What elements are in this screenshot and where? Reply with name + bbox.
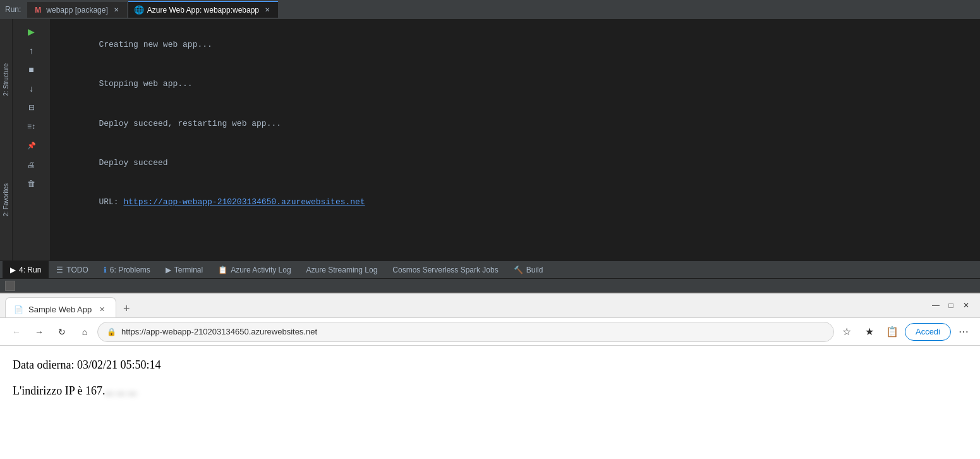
- new-tab-button[interactable]: +: [118, 300, 135, 317]
- azure-icon: 🌐: [135, 6, 143, 15]
- tab-close-azure[interactable]: ✕: [263, 6, 272, 15]
- tab-label-azure: Azure Web App: webapp:webapp: [147, 6, 259, 15]
- bottom-tab-azure-activity[interactable]: 📋 Azure Activity Log: [210, 261, 298, 278]
- console-line-3: Deploy succeed, restarting web app...: [59, 104, 971, 144]
- browser-tab-close[interactable]: ✕: [97, 305, 107, 315]
- run-button[interactable]: ▶: [22, 23, 41, 40]
- tab-close-webapp[interactable]: ✕: [112, 6, 121, 15]
- pin-button[interactable]: 📌: [22, 137, 41, 154]
- accedi-button[interactable]: Accedi: [905, 323, 951, 341]
- ide-main: 2: Structure 2: Favorites ▶ ↑ ■ ↓ ⊟ ≡↕ 📌…: [0, 19, 980, 260]
- build-label: Build: [526, 266, 543, 274]
- browser-content: Data odierna: 03/02/21 05:50:14 L'indiri…: [0, 346, 980, 459]
- run-label: Run:: [5, 5, 21, 14]
- bottom-tab-run[interactable]: ▶ 4: Run: [3, 261, 49, 278]
- refresh-button[interactable]: ↻: [52, 322, 72, 342]
- status-indicator[interactable]: [5, 281, 15, 291]
- browser-tab-bar: 📄 Sample Web App ✕ +: [0, 293, 922, 317]
- ide-tab-bar: Run: M webapp [package] ✕ 🌐 Azure Web Ap…: [0, 0, 980, 19]
- todo-tab-label: TODO: [66, 266, 88, 274]
- left-toolbar: ▶ ↑ ■ ↓ ⊟ ≡↕ 📌 🖨 🗑: [13, 19, 51, 260]
- minimize-button[interactable]: —: [931, 300, 941, 310]
- bottom-tab-todo[interactable]: ☰ TODO: [49, 261, 95, 278]
- terminal-tab-icon: ▶: [166, 266, 171, 274]
- home-button[interactable]: ⌂: [75, 322, 95, 342]
- terminal-tab-label: Terminal: [174, 266, 203, 274]
- browser-actions: ☆ ★ 📋 Accedi ⋯: [837, 322, 974, 342]
- problems-tab-icon: ℹ: [104, 266, 107, 274]
- address-bar: ← → ↻ ⌂ 🔒 https://app-webapp-21020313465…: [0, 318, 980, 346]
- ip-prefix: L'indirizzo IP è 167.: [13, 384, 106, 397]
- console-line-url: URL: https://app-webapp-210203134650.azu…: [59, 183, 971, 223]
- reading-list-button[interactable]: ★: [859, 322, 880, 342]
- ip-blurred: ... ... ...: [106, 384, 137, 397]
- address-input-box[interactable]: 🔒 https://app-webapp-210203134650.azurew…: [97, 322, 834, 342]
- lock-icon: 🔒: [107, 327, 116, 336]
- collections-button[interactable]: 📋: [882, 322, 902, 342]
- status-bar: [0, 278, 980, 292]
- maven-icon: M: [33, 6, 42, 15]
- left-structure-bar: 2: Structure 2: Favorites: [0, 19, 13, 260]
- bottom-tab-cosmos[interactable]: Cosmos Serverless Spark Jobs: [385, 261, 505, 278]
- bottom-tab-azure-streaming[interactable]: Azure Streaming Log: [299, 261, 385, 278]
- scroll-down-button[interactable]: ↓: [22, 80, 41, 97]
- tab-azure-webapp[interactable]: 🌐 Azure Web App: webapp:webapp ✕: [128, 1, 278, 18]
- back-button[interactable]: ←: [6, 322, 27, 342]
- azure-activity-label: Azure Activity Log: [231, 266, 291, 274]
- ide-section: Run: M webapp [package] ✕ 🌐 Azure Web Ap…: [0, 0, 980, 292]
- browser-section: 📄 Sample Web App ✕ + — □ ✕ ← → ↻ ⌂ 🔒 htt…: [0, 292, 980, 459]
- build-icon: 🔨: [514, 266, 523, 274]
- console-output: Creating new web app... Stopping web app…: [51, 19, 980, 260]
- favorites-star-button[interactable]: ☆: [837, 322, 857, 342]
- url-display: https://app-webapp-210203134650.azureweb…: [121, 327, 825, 336]
- tab-label-webapp: webapp [package]: [46, 6, 107, 15]
- bottom-tab-build[interactable]: 🔨 Build: [506, 261, 551, 278]
- scroll-up-button[interactable]: ↑: [22, 42, 41, 59]
- tab-webapp-package[interactable]: M webapp [package] ✕: [27, 1, 126, 18]
- run-tab-label: 4: Run: [19, 266, 41, 274]
- azure-activity-icon: 📋: [218, 266, 227, 274]
- azure-streaming-label: Azure Streaming Log: [306, 266, 378, 274]
- run-configs-button[interactable]: ⊟: [22, 99, 41, 116]
- browser-tab-label: Sample Web App: [28, 305, 92, 314]
- console-line-1: Creating new web app...: [59, 25, 971, 64]
- close-window-button[interactable]: ✕: [961, 300, 971, 310]
- page-icon: 📄: [13, 305, 23, 315]
- run-tab-icon: ▶: [10, 266, 16, 274]
- bottom-tab-problems[interactable]: ℹ 6: Problems: [96, 261, 158, 278]
- bottom-tab-bar: ▶ 4: Run ☰ TODO ℹ 6: Problems ▶ Terminal…: [0, 260, 980, 278]
- structure-label[interactable]: 2: Structure: [1, 61, 11, 99]
- favorites-label[interactable]: 2: Favorites: [1, 181, 11, 219]
- deploy-url-link[interactable]: https://app-webapp-210203134650.azureweb…: [123, 197, 365, 207]
- delete-button[interactable]: 🗑: [22, 174, 41, 192]
- ip-line: L'indirizzo IP è 167.... ... ...: [13, 382, 967, 400]
- date-line: Data odierna: 03/02/21 05:50:14: [13, 356, 967, 374]
- bottom-tab-terminal[interactable]: ▶ Terminal: [158, 261, 210, 278]
- cosmos-label: Cosmos Serverless Spark Jobs: [392, 266, 498, 274]
- filter-button[interactable]: ≡↕: [22, 118, 41, 135]
- forward-button[interactable]: →: [29, 322, 49, 342]
- maximize-button[interactable]: □: [946, 300, 956, 310]
- more-options-button[interactable]: ⋯: [953, 322, 974, 342]
- todo-tab-icon: ☰: [56, 266, 63, 274]
- console-line-4: Deploy succeed: [59, 144, 971, 183]
- window-controls: — □ ✕: [922, 293, 980, 317]
- console-line-2: Stopping web app...: [59, 64, 971, 104]
- stop-button[interactable]: ■: [22, 61, 41, 78]
- print-button[interactable]: 🖨: [22, 156, 41, 173]
- browser-tab-sample-web-app[interactable]: 📄 Sample Web App ✕: [5, 297, 116, 317]
- problems-tab-label: 6: Problems: [110, 266, 150, 274]
